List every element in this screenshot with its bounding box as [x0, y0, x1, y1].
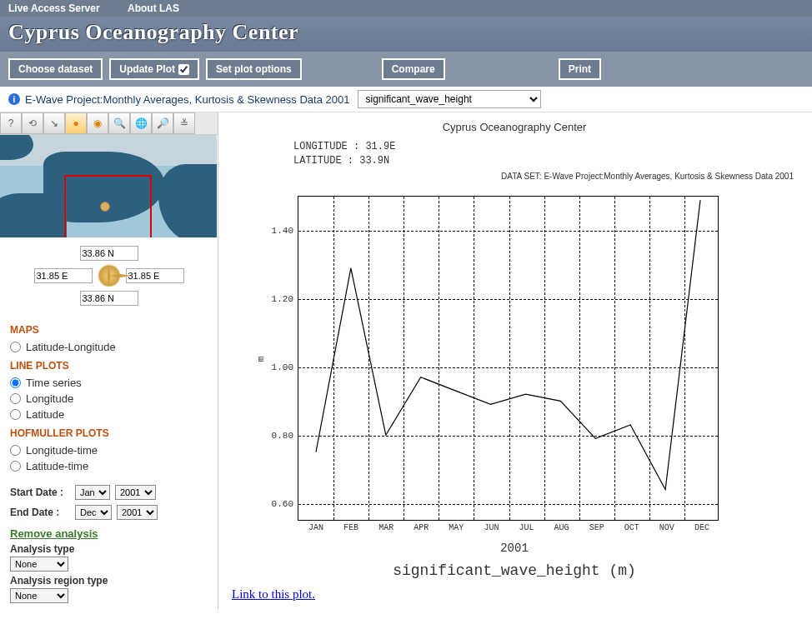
west-coord-input[interactable]	[34, 268, 93, 283]
point-tool-icon[interactable]: ●	[65, 112, 87, 134]
map-widget[interactable]	[0, 135, 217, 237]
ytick-label: 1.00	[272, 362, 293, 372]
choose-dataset-button[interactable]: Choose dataset	[8, 58, 103, 80]
plot-dataset-line: DATA SET: E-Wave Project:Monthly Average…	[227, 172, 794, 181]
analysis-region-select[interactable]: None	[10, 588, 68, 603]
info-bar: i E-Wave Project:Monthly Averages, Kurto…	[0, 87, 812, 112]
start-year-select[interactable]: 2001	[115, 485, 156, 500]
button-bar: Choose dataset Update Plot Set plot opti…	[0, 52, 812, 87]
xtick-label: AUG	[554, 523, 569, 532]
xtick-label: JAN	[308, 523, 323, 532]
plot-xlabel: 2001	[227, 542, 802, 555]
maps-heading: MAPS	[10, 324, 208, 336]
link-to-plot[interactable]: Link to this plot.	[232, 587, 315, 601]
lineplots-heading: LINE PLOTS	[10, 360, 208, 372]
north-coord-input[interactable]	[80, 246, 138, 261]
start-month-select[interactable]: Jan	[75, 485, 110, 500]
reset-tool-icon[interactable]: ⟲	[22, 112, 43, 134]
compass-icon	[98, 264, 121, 287]
print-button[interactable]: Print	[559, 58, 601, 80]
ytick-label: 1.20	[272, 294, 293, 304]
analysis-type-label: Analysis type	[10, 543, 208, 555]
xtick-label: DEC	[694, 523, 709, 532]
layers-tool-icon[interactable]: ≚	[173, 112, 195, 134]
nav-about-link[interactable]: About LAS	[128, 2, 179, 14]
plot-longitude: LONGITUDE : 31.9E	[293, 140, 802, 154]
hofmuller-heading: HOFMULLER PLOTS	[10, 427, 208, 439]
globe-tool-icon[interactable]: 🌐	[130, 112, 152, 134]
sidebar: ? ⟲ ↘ ● ◉ 🔍 🌐 🔎 ≚	[0, 112, 218, 610]
nav-lon-time[interactable]: Longitude-time	[10, 442, 208, 458]
coord-inputs	[0, 237, 218, 314]
plot-image: Cyprus Oceanography Center LONGITUDE : 3…	[227, 121, 802, 587]
nav-latitude[interactable]: Latitude	[10, 407, 208, 422]
end-date-label: End Date :	[10, 507, 70, 518]
east-coord-input[interactable]	[126, 268, 184, 283]
dataset-name: E-Wave Project:Monthly Averages, Kurtosi…	[25, 93, 349, 106]
top-nav: Live Access Server About LAS	[0, 0, 812, 17]
nav-longitude[interactable]: Longitude	[10, 391, 208, 407]
xtick-label: MAY	[449, 523, 464, 532]
plot-panel: Cyprus Oceanography Center LONGITUDE : 3…	[218, 112, 812, 610]
page-title: Cyprus Oceanography Center	[8, 20, 804, 45]
variable-select[interactable]: significant_wave_height	[358, 90, 541, 108]
pan-tool-icon[interactable]: ↘	[43, 112, 65, 134]
xtick-label: OCT	[624, 523, 639, 532]
xtick-label: MAR	[378, 523, 393, 532]
ytick-label: 1.40	[272, 226, 293, 236]
xtick-label: APR	[414, 523, 429, 532]
update-plot-label: Update Plot	[119, 63, 175, 75]
end-year-select[interactable]: 2001	[117, 505, 158, 520]
chart-area: 0.600.801.001.201.40JANFEBMARAPRMAYJUNJU…	[298, 196, 719, 521]
ytick-label: 0.60	[272, 499, 293, 509]
map-toolbar: ? ⟲ ↘ ● ◉ 🔍 🌐 🔎 ≚	[0, 112, 218, 135]
region-tool-icon[interactable]: ◉	[87, 112, 108, 134]
analysis-type-select[interactable]: None	[10, 557, 68, 572]
nav-timeseries[interactable]: Time series	[10, 375, 208, 391]
plot-latitude: LATITUDE : 33.9N	[293, 154, 802, 168]
xtick-label: FEB	[343, 523, 358, 532]
start-date-label: Start Date :	[10, 487, 70, 498]
compare-button[interactable]: Compare	[382, 58, 445, 80]
xtick-label: JUL	[519, 523, 534, 532]
plot-variable-label: significant_wave_height (m)	[227, 562, 802, 579]
plot-ylabel: m	[256, 357, 266, 362]
ytick-label: 0.80	[272, 431, 293, 441]
xtick-label: JUN	[484, 523, 499, 532]
south-coord-input[interactable]	[80, 291, 138, 306]
xtick-label: SEP	[589, 523, 604, 532]
remove-analysis-link[interactable]: Remove analysis	[10, 527, 98, 540]
zoom-out-tool-icon[interactable]: 🔎	[152, 112, 173, 134]
update-plot-button[interactable]: Update Plot	[109, 58, 199, 80]
update-plot-checkbox[interactable]	[178, 64, 189, 75]
analysis-region-label: Analysis region type	[10, 575, 208, 587]
title-bar: Cyprus Oceanography Center	[0, 17, 812, 52]
map-selection-point-icon	[100, 202, 110, 212]
help-tool-icon[interactable]: ?	[0, 112, 22, 134]
nav-latlon[interactable]: Latitude-Longitude	[10, 339, 208, 355]
plot-center-title: Cyprus Oceanography Center	[227, 121, 802, 133]
set-plot-options-button[interactable]: Set plot options	[206, 58, 302, 80]
zoom-in-tool-icon[interactable]: 🔍	[108, 112, 130, 134]
xtick-label: NOV	[659, 523, 674, 532]
nav-las-link[interactable]: Live Access Server	[8, 2, 100, 14]
end-month-select[interactable]: Dec	[75, 505, 112, 520]
info-icon[interactable]: i	[8, 93, 20, 105]
nav-lat-time[interactable]: Latitude-time	[10, 458, 208, 474]
